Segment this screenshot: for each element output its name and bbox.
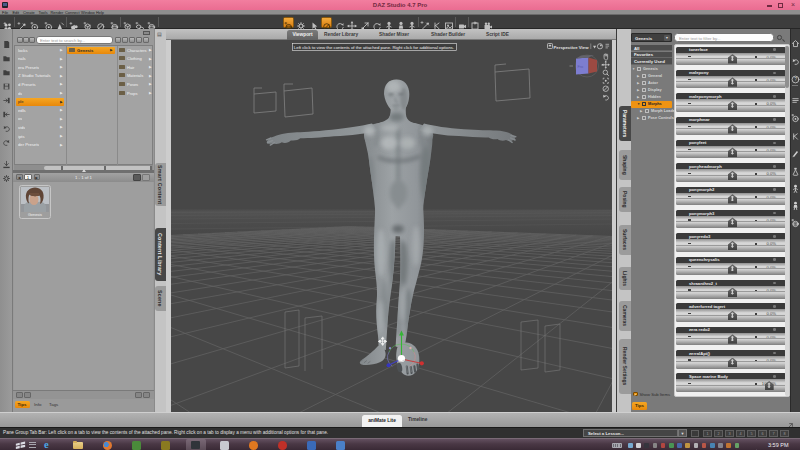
svg-text:Fro: Fro bbox=[578, 65, 584, 69]
svg-text:Left click to view the content: Left click to view the contents of the a… bbox=[294, 45, 454, 50]
svg-text:?: ? bbox=[794, 77, 797, 82]
svg-text:Perspective View: Perspective View bbox=[554, 45, 590, 50]
